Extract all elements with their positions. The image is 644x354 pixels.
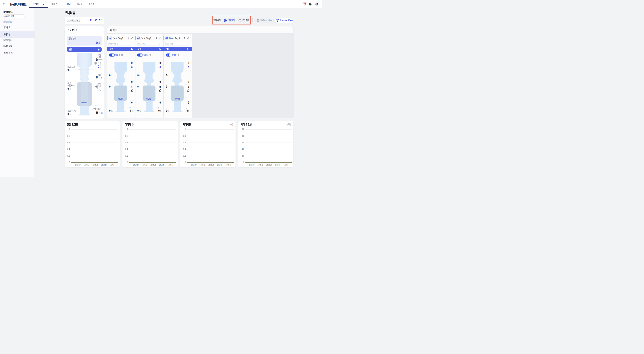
svg-text:?: ? <box>178 54 179 56</box>
svg-text:?: ? <box>76 29 77 31</box>
svg-text:?: ? <box>122 54 123 56</box>
svg-text:?: ? <box>150 54 151 56</box>
svg-text:?: ? <box>310 3 311 5</box>
